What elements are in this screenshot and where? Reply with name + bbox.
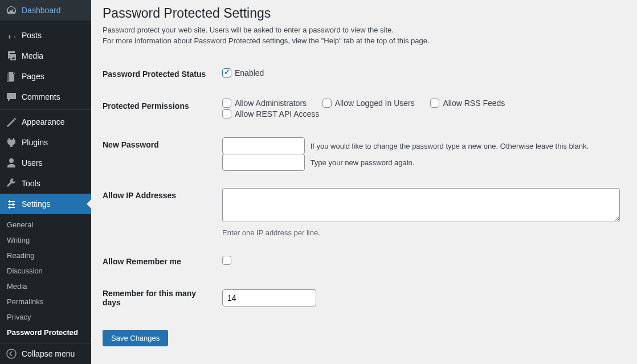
enabled-option[interactable]: Enabled <box>222 68 264 77</box>
remember-checkbox[interactable] <box>222 256 231 265</box>
desc-line1: Password protect your web site. Users wi… <box>103 26 394 34</box>
users-icon <box>6 157 17 169</box>
pin-icon <box>6 30 17 41</box>
sub-general[interactable]: General <box>0 217 91 232</box>
desc-line2: For more information about Password Prot… <box>103 36 430 45</box>
allow-logged-option[interactable]: Allow Logged In Users <box>322 99 415 108</box>
allow-rss-option[interactable]: Allow RSS Feeds <box>430 99 505 108</box>
settings-icon <box>6 198 17 210</box>
sidebar-item-media[interactable]: Media <box>0 46 91 66</box>
sub-permalinks[interactable]: Permalinks <box>0 294 91 309</box>
sidebar-item-pages[interactable]: Pages <box>0 66 91 87</box>
sub-media[interactable]: Media <box>0 279 91 294</box>
svg-point-0 <box>7 349 16 358</box>
status-label: Password Protected Status <box>103 58 217 90</box>
permissions-label: Protected Permissions <box>103 90 217 129</box>
remember-label: Allow Remember me <box>103 246 217 277</box>
pw-hint1: If you would like to change the password… <box>311 142 589 150</box>
newpw-label: New Password <box>103 129 217 179</box>
allow-admin-option[interactable]: Allow Administrators <box>222 99 307 108</box>
sidebar-item-label: Comments <box>22 92 60 101</box>
remember-days-input[interactable] <box>222 289 316 306</box>
sidebar-item-label: Tools <box>22 179 40 188</box>
allow-logged-text: Allow Logged In Users <box>335 99 415 108</box>
page-title: Password Protected Settings <box>103 0 626 24</box>
sidebar-item-label: Media <box>22 51 43 60</box>
allow-rest-checkbox[interactable] <box>222 109 231 118</box>
sidebar-submenu: General Writing Reading Discussion Media… <box>0 214 91 343</box>
allow-rss-checkbox[interactable] <box>430 99 439 108</box>
allow-rest-text: Allow REST API Access <box>235 109 319 118</box>
sidebar-item-users[interactable]: Users <box>0 153 91 173</box>
dashboard-icon <box>6 5 17 16</box>
tools-icon <box>6 178 17 189</box>
sidebar-item-label: Settings <box>22 199 51 208</box>
allow-rss-text: Allow RSS Feeds <box>443 99 505 108</box>
save-button[interactable]: Save Changes <box>103 330 168 346</box>
sidebar-item-label: Users <box>22 158 43 167</box>
enabled-text: Enabled <box>235 68 264 77</box>
sub-reading[interactable]: Reading <box>0 248 91 263</box>
sidebar-item-tools[interactable]: Tools <box>0 173 91 194</box>
sidebar-item-comments[interactable]: Comments <box>0 87 91 107</box>
remember-days-label: Remember for this many days <box>103 277 217 318</box>
media-icon <box>6 50 17 62</box>
sub-privacy[interactable]: Privacy <box>0 309 91 325</box>
allow-admin-checkbox[interactable] <box>222 99 231 108</box>
new-password-input[interactable] <box>222 137 305 154</box>
ip-label: Allow IP Addresses <box>103 179 217 246</box>
sidebar-item-label: Appearance <box>22 117 65 126</box>
collapse-label: Collapse menu <box>22 349 75 358</box>
allow-rest-option[interactable]: Allow REST API Access <box>222 109 319 118</box>
confirm-password-input[interactable] <box>222 154 305 171</box>
allow-logged-checkbox[interactable] <box>322 99 332 108</box>
sidebar-item-label: Dashboard <box>22 6 61 15</box>
appearance-icon <box>6 116 17 128</box>
sidebar-item-plugins[interactable]: Plugins <box>0 132 91 153</box>
main-content: Password Protected Settings Password pro… <box>91 0 637 364</box>
allow-admin-text: Allow Administrators <box>235 99 307 108</box>
comments-icon <box>6 91 17 103</box>
sub-password-protected[interactable]: Password Protected <box>0 325 91 340</box>
sidebar-item-posts[interactable]: Posts <box>0 25 91 46</box>
sidebar-item-settings[interactable]: Settings <box>0 194 91 214</box>
collapse-icon <box>6 348 17 359</box>
page-description: Password protect your web site. Users wi… <box>103 24 626 47</box>
pw-hint2: Type your new password again. <box>311 158 415 167</box>
pages-icon <box>6 71 17 82</box>
settings-form: Password Protected Status Enabled Protec… <box>103 58 626 318</box>
collapse-menu[interactable]: Collapse menu <box>0 343 91 364</box>
sidebar-item-appearance[interactable]: Appearance <box>0 112 91 132</box>
allow-ip-textarea[interactable] <box>222 188 620 222</box>
sub-discussion[interactable]: Discussion <box>0 263 91 279</box>
ip-hint: Enter one IP address per line. <box>222 228 620 237</box>
sidebar-item-dashboard[interactable]: Dashboard <box>0 0 91 21</box>
plugins-icon <box>6 137 17 148</box>
sidebar-item-label: Plugins <box>22 138 48 147</box>
sub-writing[interactable]: Writing <box>0 232 91 248</box>
sidebar-item-label: Posts <box>22 31 42 40</box>
enabled-checkbox[interactable] <box>222 68 231 77</box>
admin-sidebar: Dashboard Posts Media Pages Comments App… <box>0 0 91 364</box>
sidebar-item-label: Pages <box>22 72 44 81</box>
